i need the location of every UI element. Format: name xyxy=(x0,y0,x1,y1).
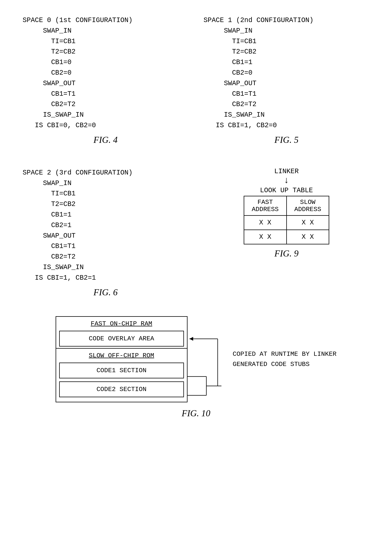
fig9-row1: X X X X xyxy=(244,215,329,230)
fig9-lut-label: LOOK UP TABLE xyxy=(260,187,313,194)
fig10-section: FAST ON-CHIP RAM CODE OVERLAY AREA SLOW … xyxy=(15,316,377,418)
fig10-code1-label: CODE1 SECTION xyxy=(97,367,147,374)
fig10-side-line2: GENERATED CODE STUBS xyxy=(233,361,310,368)
top-row: SPACE 0 (1st CONFIGURATION) SWAP_IN TI=C… xyxy=(15,11,377,149)
fig9-col1-header: FASTADDRESS xyxy=(244,196,287,215)
fig9-r1c1: X X xyxy=(244,215,287,230)
fig9-table: FASTADDRESS SLOWADDRESS X X X X X X X X xyxy=(244,196,329,244)
fig9-r2c2: X X xyxy=(287,230,329,244)
fig10-container: FAST ON-CHIP RAM CODE OVERLAY AREA SLOW … xyxy=(56,316,336,402)
fig10-overlay-box: CODE OVERLAY AREA xyxy=(59,331,184,347)
page: SPACE 0 (1st CONFIGURATION) SWAP_IN TI=C… xyxy=(15,11,377,418)
fig9-r2c1: X X xyxy=(244,230,287,244)
fig9-linker-label: LINKER xyxy=(274,167,299,175)
fig5-caption: FIG. 5 xyxy=(203,135,369,145)
fig10-fast-label: FAST ON-CHIP RAM xyxy=(56,317,187,329)
fig4-content: SPACE 0 (1st CONFIGURATION) SWAP_IN TI=C… xyxy=(23,15,189,131)
fig10-slow-label: SLOW OFF-CHIP ROM xyxy=(56,349,187,361)
middle-row: SPACE 2 (3rd CONFIGURATION) SWAP_IN TI=C… xyxy=(15,164,377,301)
fig4-caption: FIG. 4 xyxy=(23,135,189,145)
arrow-head xyxy=(189,337,193,341)
fig9-block: LINKER ↓ LOOK UP TABLE FASTADDRESS SLOWA… xyxy=(196,164,377,262)
fig9-r1c2: X X xyxy=(287,215,329,230)
fig6-content: SPACE 2 (3rd CONFIGURATION) SWAP_IN TI=C… xyxy=(23,167,189,283)
fig6-caption: FIG. 6 xyxy=(23,287,189,297)
fig10-diagram: FAST ON-CHIP RAM CODE OVERLAY AREA SLOW … xyxy=(56,316,188,402)
fig9-col2-header: SLOWADDRESS xyxy=(287,196,329,215)
fig10-arrows-svg xyxy=(188,316,229,410)
fig10-code2-box: CODE2 SECTION xyxy=(59,382,184,397)
fig4-block: SPACE 0 (1st CONFIGURATION) SWAP_IN TI=C… xyxy=(15,11,196,149)
fig6-block: SPACE 2 (3rd CONFIGURATION) SWAP_IN TI=C… xyxy=(15,164,196,301)
fig10-side-line1: COPIED AT RUNTIME BY LINKER xyxy=(233,351,336,358)
fig10-side-label: COPIED AT RUNTIME BY LINKER GENERATED CO… xyxy=(233,349,336,369)
fig10-bottom-spacer xyxy=(56,399,187,402)
fig9-caption: FIG. 9 xyxy=(274,248,299,258)
fig10-code1-box: CODE1 SECTION xyxy=(59,363,184,378)
fig9-down-arrow: ↓ xyxy=(284,176,289,185)
fig10-code2-label: CODE2 SECTION xyxy=(97,386,147,393)
fig9-row2: X X X X xyxy=(244,230,329,244)
fig10-overlay-label: CODE OVERLAY AREA xyxy=(89,335,154,342)
fig5-content: SPACE 1 (2nd CONFIGURATION) SWAP_IN TI=C… xyxy=(203,15,369,131)
fig5-block: SPACE 1 (2nd CONFIGURATION) SWAP_IN TI=C… xyxy=(196,11,377,149)
